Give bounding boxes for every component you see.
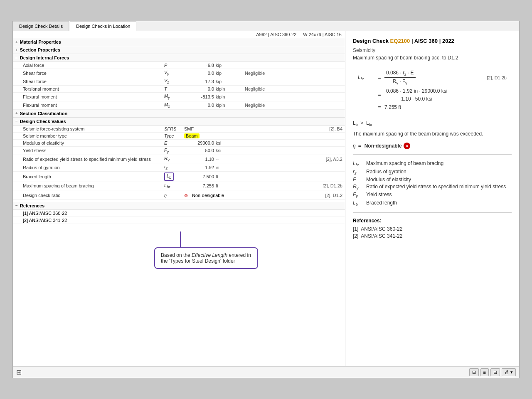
row-max-spacing: Maximum spacing of beam bracing Lbr 7.25… [13, 182, 345, 190]
check-standard: AISC 360 | 2022 [414, 38, 454, 44]
section-material-header[interactable]: + Material Properties [13, 38, 345, 46]
formula-line-1: Lbr = 0.086 · rz · E Ry · Fy [2], D1.2b [358, 70, 507, 86]
num-numeric: 0.086 · 1.92 in · 29000.0 ksi [384, 88, 449, 95]
legend-lb: Lb Braced length [353, 200, 512, 207]
f-expr-1: 0.086 · rz · E Ry · Fy [384, 70, 483, 86]
section-info: W 24x76 | AISC 16 [303, 32, 342, 37]
expander-references-icon: − [15, 203, 18, 208]
row-ry-ratio: Ratio of expected yield stress to specif… [13, 155, 345, 163]
right-panel: Design Check EQ2100 | AISC 360 | 2022 Se… [345, 31, 519, 366]
tool-btn-print[interactable]: 🖨 ▾ [502, 368, 516, 376]
callout-text-before: Based on the [161, 252, 192, 258]
section-references-label: References [20, 203, 44, 208]
grid-icon[interactable]: ⊞ [16, 369, 22, 376]
expander-internal-icon: − [15, 56, 18, 60]
check-code: EQ2100 [390, 38, 410, 44]
legend-rz: rz Radius of gyration [353, 169, 512, 175]
rp-nondesignable-row: η = Non-designable ✕ [353, 143, 512, 149]
ref-row-2: [2] ANSI/AISC 341-22 [13, 217, 345, 224]
material-standard: A992 | AISC 360-22 [256, 32, 296, 37]
f-result: 7.255 ft [384, 104, 507, 110]
ref-row-1: [1] ANSI/AISC 360-22 [13, 210, 345, 217]
beam-badge: Beam [184, 133, 200, 138]
f-sym-lbr: Lbr [358, 74, 374, 81]
row-elasticity: Modulus of elasticity E 29000.0 ksi [13, 140, 345, 147]
section-check-values-header[interactable]: − Design Check Values [13, 118, 345, 126]
section-classification-header[interactable]: + Section Classification [13, 110, 345, 118]
rp-comparison: Lb > Lbr [353, 120, 512, 127]
row-torsional-moment: Torsional moment T 0.0 kipin Negligible [13, 86, 345, 93]
nd-value: Non-designable [365, 143, 402, 149]
section-material-label: Material Properties [20, 39, 61, 44]
row-design-check-ratio: Design check ratio η ⊗ Non-designable [2… [13, 192, 345, 200]
section-internal-forces-label: Design Internal Forces [20, 55, 69, 60]
left-panel: A992 | AISC 360-22 W 24x76 | AISC 16 + M… [13, 31, 345, 366]
row-shear-vy: Shear force Vy 0.0 kip Negligible [13, 69, 345, 77]
legend-lbr: Lbr Maximum spacing of beam bracing [353, 160, 512, 167]
rp-description: Maximum spacing of beam bracing acc. to … [353, 55, 512, 61]
formula-block: Lbr = 0.086 · rz · E Ry · Fy [2], D1.2b … [353, 66, 512, 116]
lb-box: Lb [164, 172, 174, 180]
rp-divider-1 [353, 154, 512, 155]
top-info-row: A992 | AISC 360-22 W 24x76 | AISC 16 [13, 31, 345, 38]
expander-check-values-icon: − [15, 119, 18, 123]
expander-material-icon: + [15, 40, 18, 44]
expander-properties-icon: + [15, 48, 18, 52]
section-references-header[interactable]: − References [13, 202, 345, 210]
fraction-symbolic: 0.086 · rz · E Ry · Fy [384, 70, 416, 86]
rp-seismicity: Seismicity [353, 47, 512, 53]
legend-fy: Fy Yield stress [353, 192, 512, 198]
rp-ref-2: [2] ANSI/AISC 341-22 [353, 233, 512, 239]
callout-tooltip: Based on the Effective Length entered in… [154, 247, 258, 269]
bottom-toolbar: ⊞ ⊞ ≡ ⊟ 🖨 ▾ [13, 366, 519, 378]
inner-content: A992 | AISC 360-22 W 24x76 | AISC 16 + M… [13, 31, 519, 366]
ratio-value: ⊗ Non-designable [181, 193, 309, 198]
section-properties-header[interactable]: + Section Properties [13, 46, 345, 54]
fraction-numeric: 0.086 · 1.92 in · 29000.0 ksi 1.10 · 50.… [384, 88, 449, 102]
nd-error-icon: ✕ [404, 143, 410, 149]
section-internal-forces-header[interactable]: − Design Internal Forces [13, 54, 345, 62]
rp-title: Design Check EQ2100 | AISC 360 | 2022 [353, 38, 512, 44]
f-eq-1: = [374, 75, 384, 81]
row-braced-length: Braced length Lb 7.500 ft [13, 172, 345, 182]
rp-refs-title: References: [353, 218, 512, 224]
tool-btn-export[interactable]: ⊟ [490, 368, 500, 376]
den-symbolic: Ry · Fy [391, 78, 409, 85]
row-radius-gyration: Radius of gyration rz 1.92 in [13, 163, 345, 172]
rp-legend: Lbr Maximum spacing of beam bracing rz R… [353, 160, 512, 207]
section-properties-label: Section Properties [20, 47, 60, 52]
row-shear-vz: Shear force Vz 17.3 kip [13, 77, 345, 86]
callout-italic-text: Effective Length [192, 252, 227, 258]
f-expr-2: 0.086 · 1.92 in · 29000.0 ksi 1.10 · 50.… [384, 88, 507, 102]
f-eq-2: = [374, 92, 384, 98]
formula-ref: [2], D1.2b [487, 75, 507, 80]
tab-design-check-details[interactable]: Design Check Details [13, 21, 69, 31]
tab-design-checks-location[interactable]: Design Checks in Location [70, 21, 136, 31]
tabs-bar: Design Check Details Design Checks in Lo… [13, 21, 519, 31]
den-numeric: 1.10 · 50.0 ksi [399, 95, 434, 102]
row-member-type: Seismic member type Type Beam [13, 133, 345, 140]
expander-classification-icon: + [15, 111, 18, 116]
tool-btn-list[interactable]: ≡ [480, 368, 489, 376]
error-icon: ⊗ [184, 193, 188, 198]
bottom-right-tools: ⊞ ≡ ⊟ 🖨 ▾ [469, 368, 516, 376]
rp-divider-2 [353, 212, 512, 213]
formula-line-2: = 0.086 · 1.92 in · 29000.0 ksi 1.10 · 5… [358, 88, 507, 102]
tool-btn-copy[interactable]: ⊞ [469, 368, 479, 376]
row-yield-stress: Yield stress Fy 50.0 ksi [13, 147, 345, 155]
legend-e: E Modulus of elasticity [353, 177, 512, 182]
legend-ry: Ry Ratio of expected yield stress to spe… [353, 184, 512, 190]
bottom-left-area: ⊞ [16, 368, 22, 376]
section-check-values-label: Design Check Values [20, 119, 66, 124]
row-axial-force: Axial force P -6.8 kip [13, 62, 345, 69]
row-flexural-my: Flexural moment My -813.5 kipin [13, 93, 345, 101]
rp-ref-1: [1] ANSI/AISC 360-22 [353, 226, 512, 232]
eta-label: η [353, 143, 356, 149]
row-sfrs: Seismic force-resisting system SFRS SMF … [13, 126, 345, 133]
num-symbolic: 0.086 · rz · E [384, 70, 416, 78]
formula-line-3: = 7.255 ft [358, 104, 507, 110]
section-classification-label: Section Classification [20, 111, 67, 116]
check-title: Design Check EQ2100 [353, 38, 410, 44]
f-eq-3: = [374, 104, 384, 110]
rp-exceed-msg: The maximum spacing of the beam bracing … [353, 131, 512, 137]
